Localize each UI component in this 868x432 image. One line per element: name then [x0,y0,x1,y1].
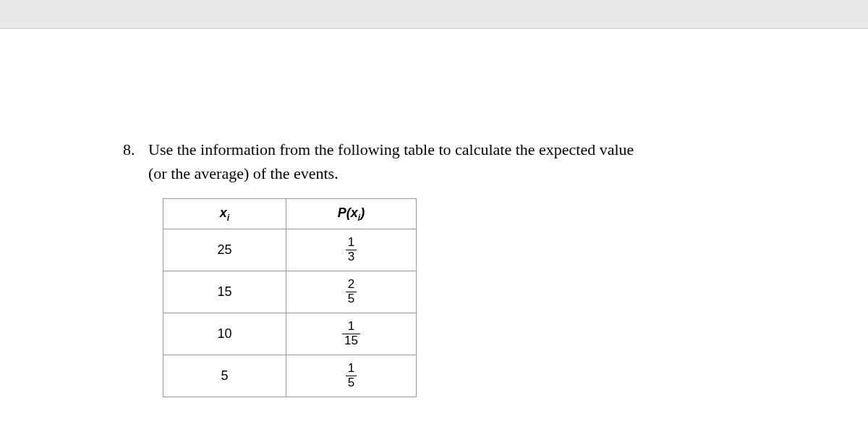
question-text: Use the information from the following t… [148,137,825,185]
header-x-sub: i [227,212,229,222]
top-band [0,0,868,29]
cell-x: 25 [163,229,286,271]
question-number: 8. [123,137,148,185]
cell-x: 15 [163,271,286,313]
header-p-var: x [351,206,358,220]
fraction: 1 5 [346,362,357,389]
header-p-suffix: ) [360,206,365,220]
fraction-num: 1 [342,320,360,334]
table-row: 5 1 5 [163,355,417,397]
question-content: 8. Use the information from the followin… [0,29,868,397]
probability-table-wrap: xi P(xi) 25 1 3 15 2 [163,198,825,397]
table-row: 15 2 5 [163,271,417,313]
table-header-row: xi P(xi) [163,199,417,229]
header-x: xi [163,199,286,229]
fraction-den: 3 [346,250,357,264]
question-line2: (or the average) of the events. [148,164,339,182]
cell-p: 1 5 [286,355,417,397]
cell-p: 2 5 [286,271,417,313]
fraction: 1 3 [346,236,357,263]
fraction: 2 5 [346,278,357,305]
table-row: 10 1 15 [163,313,417,355]
table-row: 25 1 3 [163,229,417,271]
question-line1: Use the information from the following t… [148,140,634,158]
fraction-num: 1 [346,362,357,376]
cell-p: 1 15 [286,313,417,355]
header-p: P(xi) [286,199,417,229]
cell-p: 1 3 [286,229,417,271]
fraction-num: 2 [346,278,357,292]
fraction: 1 15 [342,320,360,347]
fraction-den: 15 [342,334,360,348]
question-row: 8. Use the information from the followin… [123,137,825,185]
cell-x: 10 [163,313,286,355]
header-p-prefix: P( [338,206,351,220]
cell-x: 5 [163,355,286,397]
fraction-den: 5 [346,376,357,390]
probability-table: xi P(xi) 25 1 3 15 2 [163,198,417,397]
fraction-den: 5 [346,292,357,306]
header-x-var: x [220,206,227,220]
fraction-num: 1 [346,236,357,250]
